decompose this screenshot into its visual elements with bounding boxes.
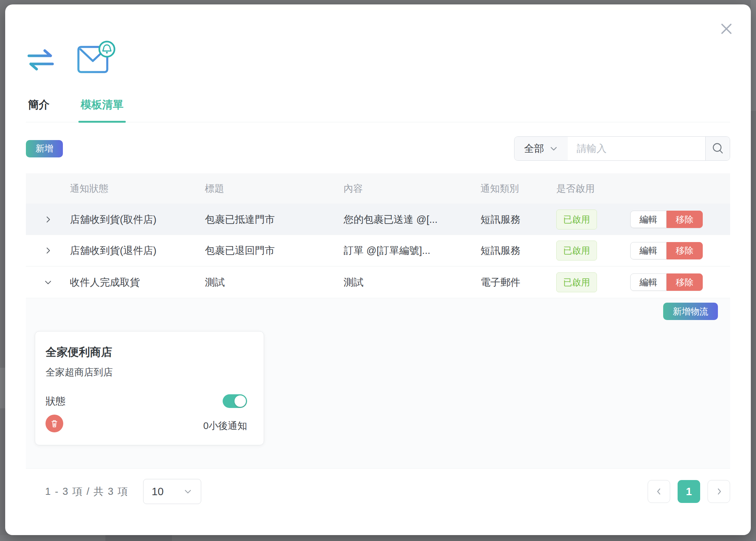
row-content: 測試	[344, 276, 480, 289]
col-status: 通知狀態	[70, 182, 205, 195]
status-toggle[interactable]	[223, 394, 247, 408]
remove-button[interactable]: 移除	[666, 273, 703, 291]
expand-chevron-right-icon[interactable]	[26, 246, 70, 255]
row-category: 短訊服務	[480, 244, 556, 257]
table-row: 店舖收到貨(取件店) 包裹已抵達門市 您的包裹已送達 @[... 短訊服務 已啟…	[26, 204, 730, 235]
search-icon[interactable]	[705, 137, 730, 160]
add-logistics-button[interactable]: 新增物流	[663, 303, 718, 320]
card-title: 全家便利商店	[45, 345, 247, 360]
row-title: 包裹已抵達門市	[205, 213, 344, 226]
row-content: 您的包裹已送達 @[...	[344, 213, 480, 226]
toolbar: 新增 全部	[26, 136, 730, 161]
mail-notification-icon	[77, 40, 116, 76]
table-header-row: 通知狀態 標題 內容 通知類別 是否啟用	[26, 173, 730, 204]
backdrop-fragment	[0, 535, 105, 541]
card-status-label: 狀態	[45, 395, 65, 408]
chevron-down-icon	[183, 487, 193, 496]
table-row: 店舖收到貨(退件店) 包裹已退回門市 訂單 @[訂單編號]... 短訊服務 已啟…	[26, 235, 730, 266]
row-category: 短訊服務	[480, 213, 556, 226]
modal-header-icons	[26, 4, 730, 76]
row-status: 店舖收到貨(取件店)	[70, 213, 205, 226]
col-enabled: 是否啟用	[556, 182, 630, 195]
close-icon[interactable]	[718, 21, 735, 37]
row-title: 包裹已退回門市	[205, 244, 344, 257]
search-input[interactable]	[568, 137, 705, 160]
page-number-current[interactable]: 1	[678, 480, 700, 503]
chevron-down-icon	[549, 144, 558, 153]
row-title: 測試	[205, 276, 344, 289]
trash-icon[interactable]	[45, 415, 63, 432]
edit-button[interactable]: 編輯	[630, 242, 666, 259]
collapse-chevron-down-icon[interactable]	[26, 278, 70, 286]
toggle-knob	[234, 395, 246, 407]
search-group: 全部	[514, 136, 730, 161]
page-size-value: 10	[152, 486, 163, 498]
page-size-select[interactable]: 10	[143, 479, 201, 504]
card-subtitle: 全家超商店到店	[45, 366, 247, 379]
row-category: 電子郵件	[480, 276, 556, 289]
add-button[interactable]: 新增	[26, 140, 63, 157]
row-content: 訂單 @[訂單編號]...	[344, 244, 480, 257]
status-badge: 已啟用	[556, 241, 597, 261]
expanded-row-panel: 新增物流 全家便利商店 全家超商店到店 狀態 0小後通知	[26, 298, 730, 468]
logistics-card: 全家便利商店 全家超商店到店 狀態 0小後通知	[35, 331, 264, 445]
remove-button[interactable]: 移除	[666, 211, 703, 228]
edit-button[interactable]: 編輯	[630, 211, 666, 228]
remove-button[interactable]: 移除	[666, 242, 703, 259]
backdrop-fragment	[751, 0, 756, 111]
table-row-expanded: 收件人完成取貨 測試 測試 電子郵件 已啟用 編輯 移除	[26, 266, 730, 298]
tab-template-list[interactable]: 模板清單	[78, 98, 126, 122]
prev-page-icon[interactable]	[648, 480, 670, 503]
tab-bar: 簡介 模板清單	[26, 98, 730, 122]
pagination: 1 - 3 項 / 共 3 項 10 1	[26, 479, 730, 504]
tab-intro[interactable]: 簡介	[26, 98, 52, 122]
row-status: 店舖收到貨(退件店)	[70, 244, 205, 257]
edit-button[interactable]: 編輯	[630, 273, 666, 291]
col-category: 通知類別	[480, 182, 556, 195]
col-content: 內容	[344, 182, 480, 195]
row-status: 收件人完成取貨	[70, 276, 205, 289]
expand-chevron-right-icon[interactable]	[26, 215, 70, 224]
status-badge: 已啟用	[556, 272, 597, 292]
notify-delay-text: 0小後通知	[203, 419, 247, 432]
notification-template-modal: 簡介 模板清單 新增 全部 通知狀態 標題 內容 通知類別 是否啟用	[5, 4, 751, 535]
filter-value: 全部	[524, 142, 544, 155]
swap-arrows-icon	[26, 48, 55, 73]
pagination-summary: 1 - 3 項 / 共 3 項	[45, 485, 128, 498]
template-table: 通知狀態 標題 內容 通知類別 是否啟用 店舖收到貨(取件店) 包裹已抵達門市 …	[26, 173, 730, 469]
filter-dropdown[interactable]: 全部	[514, 137, 568, 160]
next-page-icon[interactable]	[708, 480, 730, 503]
col-title: 標題	[205, 182, 344, 195]
status-badge: 已啟用	[556, 210, 597, 229]
backdrop-fragment	[105, 535, 172, 541]
